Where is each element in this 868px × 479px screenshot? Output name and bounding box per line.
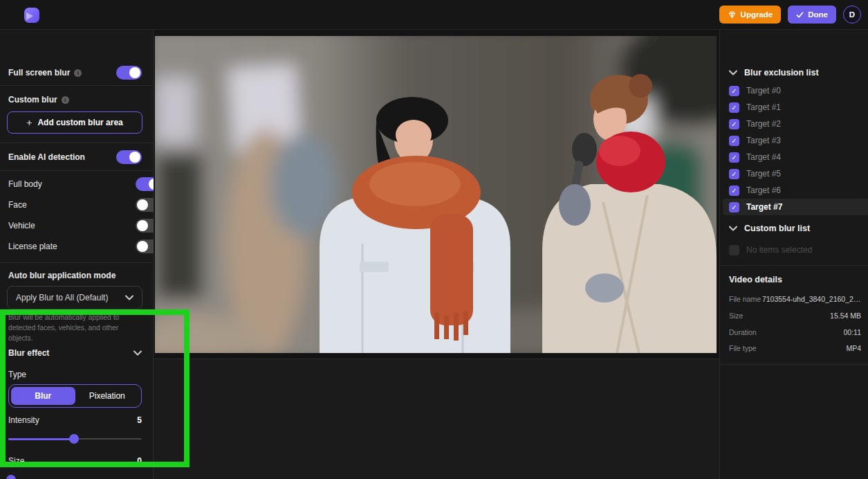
target-label: Target #5 [746,169,781,179]
blur-exclusion-list-title: Blur exclusion list [744,68,819,78]
blur-effect-title: Blur effect [8,348,49,358]
intensity-slider-fill [8,438,74,440]
info-icon[interactable]: i [74,69,82,77]
detail-value: MP4 [846,343,861,354]
custom-blur-empty-text: No items selected [746,245,812,255]
target-label: Target #4 [746,152,781,162]
add-custom-blur-area-button[interactable]: + Add custom blur area [7,111,142,134]
chevron-down-icon [729,70,737,75]
done-label: Done [808,10,828,19]
enable-ai-detection-toggle[interactable] [116,150,142,164]
detection-toggle-row: Vehicle [8,215,161,236]
size-slider-thumb[interactable] [6,475,16,479]
target-label: Target #3 [746,136,781,145]
full-screen-blur-label: Full screen blur i [8,68,82,78]
auto-blur-mode-select[interactable]: Apply Blur to All (Default) [7,286,142,309]
checkbox-disabled-icon: ✓ [729,245,739,255]
detail-value: 15.54 MB [830,311,861,322]
checkbox-checked-icon[interactable]: ✓ [729,86,739,96]
target-row[interactable]: ✓Target #1 [720,99,868,116]
detail-label: Duration [729,327,765,338]
intensity-slider[interactable] [8,434,142,444]
checkbox-checked-icon[interactable]: ✓ [729,119,739,129]
check-icon [796,11,804,19]
vehicle-label: Vehicle [8,221,35,231]
info-icon[interactable]: i [62,96,69,104]
target-row[interactable]: ✓Target #3 [720,132,868,149]
upgrade-button[interactable]: Upgrade [719,6,782,24]
custom-blur-list-header[interactable]: Custom blur list [729,222,862,235]
detail-value: 7103554-uhd_3840_2160_25fp... [762,294,861,305]
custom-blur-list-title: Custom blur list [744,224,810,233]
checkbox-checked-icon[interactable]: ✓ [729,186,739,196]
main-area: 00:00:09 / 00:00:11 1.0x AI blur - Targe… [154,30,719,479]
full-body-label: Full body [8,179,42,189]
detection-toggle-row: Full body [8,174,161,195]
checkbox-checked-icon[interactable]: ✓ [729,136,739,146]
avatar[interactable]: D [843,6,861,24]
target-row[interactable]: ✓Target #7 [723,199,868,215]
app-logo-icon[interactable] [24,7,40,24]
detail-row: File name7103554-uhd_3840_2160_25fp... [729,291,861,308]
video-preview[interactable] [155,36,717,353]
detail-row: Duration00:11 [729,325,861,341]
detection-toggle-row: Face [8,195,161,215]
full-screen-blur-toggle[interactable] [116,66,142,80]
add-custom-blur-label: Add custom blur area [37,118,122,127]
target-label: Target #0 [746,86,781,96]
target-row[interactable]: ✓Target #6 [720,182,868,199]
checkbox-checked-icon[interactable]: ✓ [729,202,739,213]
target-list: ✓Target #0✓Target #1✓Target #2✓Target #3… [720,82,868,215]
video-details-title: Video details [729,275,782,284]
plus-icon: + [26,117,32,128]
video-details-list: File name7103554-uhd_3840_2160_25fp...Si… [729,291,861,357]
top-bar: Upgrade Done D [0,0,868,30]
checkbox-checked-icon[interactable]: ✓ [729,102,739,113]
blur-type-segmented-control: Blur Pixelation [8,384,142,408]
target-row[interactable]: ✓Target #2 [720,116,868,132]
left-settings-panel: Full screen blur i Custom blur i + Add c… [0,30,154,479]
detection-toggle-row: License plate [8,236,161,257]
blur-exclusion-list-header[interactable]: Blur exclusion list [729,66,862,80]
custom-blur-label: Custom blur i [8,95,69,105]
chevron-down-icon [729,226,737,231]
target-label: Target #6 [746,186,781,195]
custom-blur-empty-row: ✓ No items selected [729,243,812,257]
size-value: 0 [137,456,142,466]
intensity-slider-thumb[interactable] [69,434,79,444]
auto-blur-mode-value: Apply Blur to All (Default) [16,293,108,302]
detail-value: 00:11 [844,327,862,338]
detail-label: File name [729,294,762,305]
blur-type-option-pixelation[interactable]: Pixelation [75,387,140,405]
checkbox-checked-icon[interactable]: ✓ [729,169,739,179]
size-slider[interactable] [8,475,142,479]
avatar-initial: D [849,10,855,19]
intensity-label: Intensity [8,415,39,425]
size-label: Size [8,456,24,466]
blur-type-option-blur[interactable]: Blur [11,387,75,405]
target-row[interactable]: ✓Target #0 [720,82,868,99]
auto-blur-mode-helper-text: Blur will be automatically applied to de… [8,313,141,344]
done-button[interactable]: Done [788,6,836,24]
right-panel: Blur exclusion list ✓Target #0✓Target #1… [719,30,868,479]
chevron-down-icon [125,295,133,300]
chevron-down-icon[interactable] [133,350,142,356]
detail-row: File typeMP4 [729,341,861,357]
auto-blur-mode-label: Auto blur application mode [8,271,116,280]
upgrade-label: Upgrade [741,10,773,19]
detail-label: File type [729,343,765,354]
target-row[interactable]: ✓Target #5 [720,165,868,182]
target-row[interactable]: ✓Target #4 [720,149,868,165]
intensity-value: 5 [137,415,142,425]
target-label: Target #2 [746,119,781,129]
license-plate-label: License plate [8,242,57,251]
target-label: Target #7 [746,202,782,212]
checkbox-checked-icon[interactable]: ✓ [729,152,739,163]
gem-icon [728,10,737,19]
detail-label: Size [729,311,765,322]
detail-row: Size15.54 MB [729,308,861,325]
type-label: Type [8,370,26,379]
enable-ai-detection-label: Enable AI detection [8,152,85,162]
player-panel: 00:00:09 / 00:00:11 1.0x AI blur - Targe… [154,359,719,479]
target-label: Target #1 [746,102,781,112]
